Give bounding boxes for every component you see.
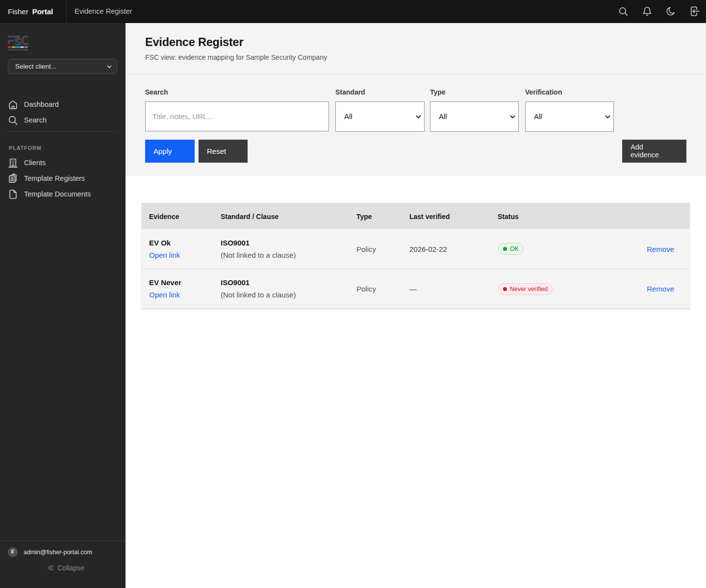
- svg-text:Fisher Security Consulting: Fisher Security Consulting: [8, 49, 28, 51]
